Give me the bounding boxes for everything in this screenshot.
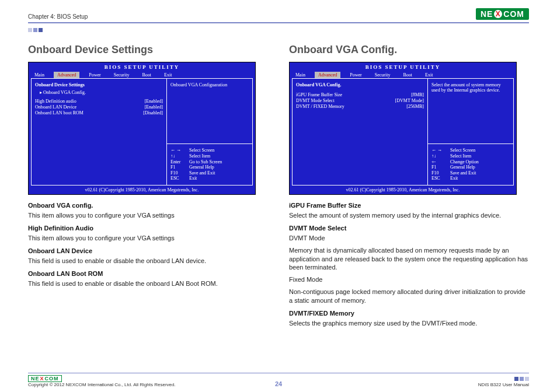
accent-sq [514, 377, 518, 381]
chapter-label: Chapter 4: BIOS Setup [28, 13, 88, 20]
nav-txt: Select Item [450, 153, 471, 159]
bios-row[interactable]: DVMT / FIXED Memory[256MB] [296, 104, 424, 109]
left-title: Onboard Device Settings [28, 44, 268, 56]
bios-row-label: iGPU Frame Buffer Size [296, 92, 342, 97]
nav-txt: Save and Exit [189, 170, 215, 176]
accent-squares [28, 28, 529, 32]
accent-sq [39, 28, 43, 32]
nav-key: Enter [170, 159, 186, 165]
bios-tab-exit[interactable]: Exit [161, 72, 175, 78]
bios-section-head: Onboard Device Settings [35, 82, 163, 88]
bios-tab-main[interactable]: Main [31, 72, 48, 78]
bios-row-value: [Enabled] [144, 104, 163, 110]
bios-row-label: High Definition audio [35, 99, 76, 104]
bios-panel-right: BIOS SETUP UTILITY Main Advanced Power S… [289, 62, 517, 195]
nav-txt: Select Screen [189, 148, 214, 153]
footer-accent [478, 377, 529, 381]
logo-text-1: NE [31, 376, 40, 382]
bios-tab-advanced[interactable]: Advanced [315, 72, 340, 78]
bios-tab-security[interactable]: Security [110, 72, 133, 78]
accent-sq [520, 377, 524, 381]
nav-key: ← → [170, 148, 186, 153]
nav-key: ← → [431, 148, 447, 153]
bios-row-label: DVMT / FIXED Memory [296, 104, 344, 109]
bios-row-label: Onboard LAN Device [35, 104, 76, 110]
logo-text-1: NE [481, 9, 493, 19]
accent-sq [33, 28, 37, 32]
nav-txt: Select Screen [450, 148, 475, 153]
nav-key: F10 [431, 170, 447, 176]
desc-text: Fixed Mode [289, 275, 529, 284]
bios-row[interactable]: High Definition audio[Enabled] [35, 99, 163, 104]
desc-text: This field is used to enable or disable … [28, 279, 268, 288]
bios-row[interactable]: iGPU Frame Buffer Size[8MB] [296, 92, 424, 97]
nav-txt: General Help [450, 164, 475, 170]
accent-sq [28, 28, 32, 32]
bios-row[interactable]: DVMT Mode Select[DVMT Mode] [296, 98, 424, 103]
bios-help-top: Onboard VGA Configuaration [167, 79, 252, 144]
desc-text: Memory that is dynamically allocated bas… [289, 246, 529, 272]
bios-row-label: DVMT Mode Select [296, 98, 335, 103]
desc-text: This field is used to enable or disable … [28, 257, 268, 265]
bios-row-value: [DVMT Mode] [395, 98, 424, 103]
bios-row[interactable]: Onboard LAN Device[Enabled] [35, 104, 163, 110]
bios-row-value: [8MB] [411, 92, 424, 97]
nav-txt: Change Option [450, 159, 479, 165]
bios-row-value: [256MB] [406, 104, 424, 109]
logo-text-2: COM [503, 9, 524, 19]
bios-tab-security[interactable]: Security [371, 72, 394, 78]
bios-tabs: Main Advanced Power Security Boot Exit [29, 72, 255, 78]
bios-tab-power[interactable]: Power [85, 72, 104, 78]
desc-text: This item allows you to configure your V… [28, 211, 268, 220]
nav-key: ↑↓ [170, 153, 186, 159]
desc-text: DVMT Mode [289, 234, 529, 243]
bios-row-label: Onboard LAN boot ROM [35, 110, 83, 116]
bios-footer: v02.61 (C)Copyright 1985-2010, American … [29, 186, 255, 194]
desc-text: Selects the graphics memory size used by… [289, 319, 529, 328]
bios-row[interactable]: Onboard LAN boot ROM[Disabled] [35, 110, 163, 116]
desc-heading: iGPU Frame Buffer Size [289, 202, 529, 209]
nav-key: F1 [170, 164, 186, 170]
bios-tab-main[interactable]: Main [292, 72, 309, 78]
bios-tab-exit[interactable]: Exit [422, 72, 436, 78]
nav-txt: Select Item [189, 153, 210, 159]
desc-heading: Onboard LAN Device [28, 247, 268, 254]
nav-txt: Go to Sub Screen [189, 159, 222, 165]
bios-tab-boot[interactable]: Boot [399, 72, 416, 78]
brand-logo: NE X COM [476, 8, 529, 20]
nav-txt: Save and Exit [450, 170, 476, 176]
bios-help-top: Select the amount of system memory used … [428, 79, 513, 144]
bios-nav: ← →Select Screen ↑↓Select Item EnterGo t… [167, 144, 252, 185]
right-title: Onboard VGA Config. [289, 44, 529, 56]
desc-heading: High Definition Audio [28, 225, 268, 232]
nav-key: +- [431, 159, 447, 165]
bios-subitem[interactable]: ▸ Onboard VGA Config. [35, 90, 163, 95]
nav-key: F1 [431, 164, 447, 170]
desc-heading: DVMT Mode Select [289, 225, 529, 232]
footer-logo: NE X COM [28, 375, 62, 382]
page-number: 24 [275, 380, 282, 387]
bios-section-head: Onboard VGA Config. [296, 82, 424, 88]
nav-txt: Exit [189, 176, 197, 181]
accent-sq [525, 377, 529, 381]
bios-panel-left: BIOS SETUP UTILITY Main Advanced Power S… [28, 62, 256, 195]
footer-copyright: Copyright © 2012 NEXCOM International Co… [28, 382, 176, 387]
desc-heading: Onboard VGA config. [28, 202, 268, 209]
desc-text: Non-contiguous page locked memory alloca… [289, 288, 529, 305]
logo-text-2: COM [45, 376, 59, 382]
bios-tab-power[interactable]: Power [346, 72, 365, 78]
bios-title: BIOS SETUP UTILITY [290, 62, 516, 72]
desc-heading: DVMT/FIXED Memory [289, 310, 529, 317]
bios-title: BIOS SETUP UTILITY [29, 62, 255, 72]
bios-tab-advanced[interactable]: Advanced [54, 72, 79, 78]
desc-text: Select the amount of system memory used … [289, 211, 529, 220]
logo-x-icon: X [494, 10, 502, 18]
nav-key: F10 [170, 170, 186, 176]
logo-x-icon: X [40, 376, 44, 382]
desc-heading: Onboard LAN Boot ROM [28, 270, 268, 277]
bios-row-value: [Enabled] [144, 99, 163, 104]
desc-text: This item allows you to configure your V… [28, 234, 268, 243]
bios-tab-boot[interactable]: Boot [138, 72, 155, 78]
footer-manual: NDiS B322 User Manual [478, 382, 529, 387]
nav-key: ESC [170, 176, 186, 181]
